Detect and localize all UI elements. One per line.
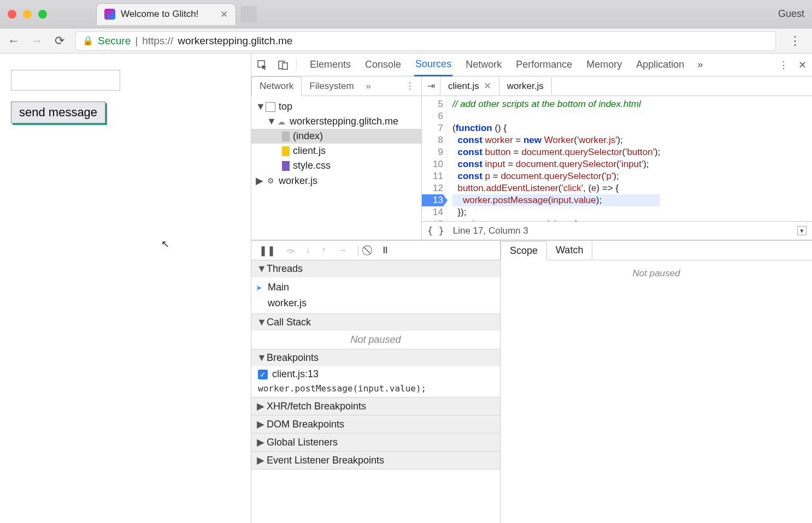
devtools-tab-memory[interactable]: Memory [585, 54, 623, 75]
threads-header[interactable]: ▼Threads [251, 260, 500, 277]
coverage-dropdown-icon[interactable]: ▾ [797, 226, 807, 235]
new-tab-button[interactable] [240, 6, 257, 22]
cursor-position: Line 17, Column 3 [453, 225, 528, 236]
code-editor: ⇥ client.js✕ worker.js 56789101112131415… [422, 76, 812, 240]
devtools-settings-icon[interactable]: ⋮ [779, 59, 789, 71]
debugger-sidebar: ❚❚ ⤼ ↓ ↑ → ⃠ ⏸ ▼Threads Main worker.js [251, 241, 501, 523]
window-titlebar: Welcome to Glitch! ✕ Guest [0, 0, 812, 28]
section-header[interactable]: ▶XHR/fetch Breakpoints [251, 397, 500, 415]
pause-on-exceptions-button[interactable]: ⏸ [380, 245, 390, 256]
sources-navigator: Network Filesystem » ⋮ ▼top ▼☁workerstep… [251, 76, 422, 240]
devtools-more-tabs-icon[interactable]: » [697, 59, 703, 70]
document-icon [282, 132, 290, 141]
editor-status-bar: { } Line 17, Column 3 ▾ [422, 221, 812, 240]
editor-tab-workerjs[interactable]: worker.js [499, 78, 552, 95]
breakpoints-header[interactable]: ▼Breakpoints [251, 349, 500, 366]
devtools-tab-elements[interactable]: Elements [309, 54, 352, 75]
inspect-element-icon[interactable] [257, 60, 268, 70]
navigator-tab-network[interactable]: Network [251, 76, 302, 96]
send-message-button[interactable]: send message [11, 102, 105, 123]
source-code[interactable]: // add other scripts at the bottom of in… [447, 96, 660, 221]
navigator-menu-icon[interactable]: ⋮ [399, 80, 421, 92]
devtools-tabbar: ElementsConsoleSourcesNetworkPerformance… [251, 54, 812, 76]
lock-icon: 🔒 [83, 35, 93, 46]
navigator-more-icon[interactable]: » [362, 81, 375, 92]
tab-title: Welcome to Glitch! [121, 9, 198, 20]
tab-close-icon[interactable]: ✕ [220, 9, 228, 20]
pause-button[interactable]: ❚❚ [259, 245, 275, 257]
address-bar[interactable]: 🔒 Secure | https://workerstepping.glitch… [75, 31, 776, 51]
step-out-button[interactable]: ↑ [321, 245, 326, 256]
devtools-tab-performance[interactable]: Performance [515, 54, 573, 75]
section-header[interactable]: ▶Global Listeners [251, 433, 500, 451]
url-separator: | [135, 35, 138, 47]
back-button[interactable]: ← [7, 34, 21, 48]
editor-toggle-navigator-icon[interactable]: ⇥ [422, 76, 440, 96]
devtools-tab-network[interactable]: Network [464, 54, 503, 75]
tree-file-clientjs[interactable]: client.js [251, 144, 421, 158]
device-toolbar-icon[interactable] [278, 60, 289, 70]
step-into-button[interactable]: ↓ [305, 245, 310, 256]
profile-label[interactable]: Guest [778, 8, 804, 20]
window-controls [8, 10, 47, 19]
breakpoint-item[interactable]: ✓client.js:13 [251, 366, 500, 382]
tree-top[interactable]: ▼top [251, 99, 421, 114]
devtools-tab-sources[interactable]: Sources [414, 54, 452, 76]
section-global-listeners: ▶Global Listeners [251, 433, 500, 451]
frame-icon [266, 102, 275, 112]
breakpoints-section: ▼Breakpoints ✓client.js:13 worker.postMe… [251, 349, 500, 397]
browser-tab[interactable]: Welcome to Glitch! ✕ [96, 3, 236, 25]
section-header[interactable]: ▶DOM Breakpoints [251, 415, 500, 433]
js-file-icon [282, 146, 290, 156]
secure-label: Secure [98, 35, 131, 47]
maximize-window-icon[interactable] [38, 10, 47, 19]
step-over-button[interactable]: ⤼ [286, 245, 295, 257]
minimize-window-icon[interactable] [23, 10, 32, 19]
message-input[interactable] [11, 70, 120, 91]
callstack-header[interactable]: ▼Call Stack [251, 314, 500, 331]
scope-panel: Scope Watch Not paused [501, 241, 812, 523]
devtools-close-icon[interactable]: ✕ [798, 59, 807, 71]
url-protocol: https:// [142, 35, 173, 47]
tree-domain[interactable]: ▼☁workerstepping.glitch.me [251, 114, 421, 129]
section-header[interactable]: ▶Event Listener Breakpoints [251, 451, 500, 469]
close-window-icon[interactable] [8, 10, 16, 19]
close-tab-icon[interactable]: ✕ [484, 80, 491, 92]
css-file-icon [282, 161, 290, 171]
worker-icon: ⚙ [266, 176, 275, 186]
navigator-tab-filesystem[interactable]: Filesystem [302, 77, 361, 96]
pretty-print-icon[interactable]: { } [427, 225, 444, 236]
section-xhr-fetch-breakpoints: ▶XHR/fetch Breakpoints [251, 397, 500, 415]
callstack-state: Not paused [251, 331, 500, 349]
forward-button[interactable]: → [30, 34, 44, 48]
section-dom-breakpoints: ▶DOM Breakpoints [251, 415, 500, 433]
tree-worker[interactable]: ▶⚙worker.js [251, 173, 421, 188]
mouse-cursor-icon: ↖ [161, 238, 169, 250]
page-viewport: send message ↖ [0, 54, 251, 523]
tree-file-stylecss[interactable]: style.css [251, 158, 421, 173]
breakpoint-checkbox[interactable]: ✓ [258, 370, 268, 379]
browser-menu-icon[interactable]: ⋮ [785, 34, 805, 48]
devtools-tab-application[interactable]: Application [635, 54, 685, 75]
devtools-panel: ElementsConsoleSourcesNetworkPerformance… [251, 54, 812, 523]
tree-file-index[interactable]: (index) [251, 129, 421, 144]
devtools-tab-console[interactable]: Console [364, 54, 402, 75]
callstack-section: ▼Call Stack Not paused [251, 314, 500, 349]
threads-section: ▼Threads Main worker.js [251, 260, 500, 314]
watch-tab[interactable]: Watch [547, 241, 592, 259]
scope-tab[interactable]: Scope [501, 241, 547, 260]
file-tree: ▼top ▼☁workerstepping.glitch.me (index) … [251, 96, 421, 240]
section-event-listener-breakpoints: ▶Event Listener Breakpoints [251, 451, 500, 469]
reload-button[interactable]: ⟳ [52, 34, 67, 48]
cloud-icon: ☁ [276, 117, 286, 127]
thread-main[interactable]: Main [251, 280, 500, 295]
scope-state: Not paused [501, 260, 812, 523]
glitch-favicon-icon [104, 9, 115, 20]
browser-toolbar: ← → ⟳ 🔒 Secure | https://workerstepping.… [0, 28, 812, 54]
thread-worker[interactable]: worker.js [251, 295, 500, 311]
debugger-controls: ❚❚ ⤼ ↓ ↑ → ⃠ ⏸ [251, 241, 500, 260]
editor-tab-clientjs[interactable]: client.js✕ [440, 77, 499, 95]
breakpoint-code: worker.postMessage(input.value); [251, 382, 500, 397]
step-button[interactable]: → [337, 245, 347, 256]
line-gutter[interactable]: 56789101112131415161718 [422, 96, 447, 221]
